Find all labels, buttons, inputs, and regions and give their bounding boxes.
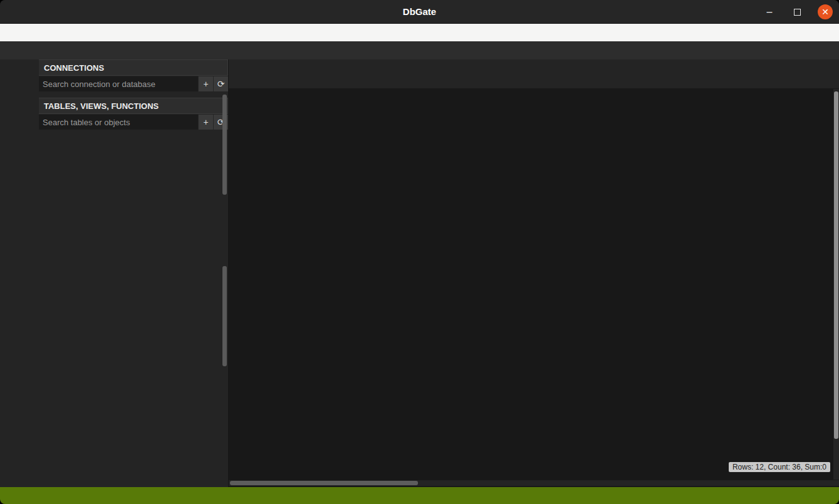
add-table-icon-button[interactable]: + bbox=[198, 115, 213, 130]
add-connection-icon-button[interactable]: + bbox=[198, 76, 213, 91]
close-button[interactable]: ✕ bbox=[818, 4, 833, 19]
connections-header: CONNECTIONS bbox=[39, 59, 228, 76]
title-bar: DbGate – ✕ bbox=[0, 0, 839, 24]
window-title: DbGate bbox=[403, 6, 436, 17]
window-controls: – ✕ bbox=[763, 0, 833, 24]
tables-header: TABLES, VIEWS, FUNCTIONS bbox=[39, 98, 228, 114]
menu-bar bbox=[0, 24, 839, 41]
connections-search-input[interactable]: Search connection or database bbox=[39, 76, 198, 91]
selection-stats-overlay: Rows: 12, Count: 36, Sum:0 bbox=[729, 462, 830, 472]
connections-scrollbar[interactable] bbox=[222, 95, 227, 195]
database-tab-strip bbox=[229, 59, 839, 70]
refresh-connections-button[interactable]: ⟳ bbox=[213, 76, 228, 91]
data-grid: Rows: 12, Count: 36, Sum:0 bbox=[229, 89, 839, 487]
dbgate-window: DbGate – ✕ CONNECTIONS Search connection… bbox=[0, 0, 839, 504]
table-tab-strip bbox=[229, 70, 839, 89]
grid-vertical-scrollbar[interactable] bbox=[833, 89, 839, 480]
minimize-button[interactable]: – bbox=[763, 5, 776, 19]
toolbar bbox=[0, 41, 839, 59]
status-bar bbox=[0, 487, 839, 504]
icon-rail bbox=[0, 59, 39, 487]
connections-tree bbox=[39, 93, 228, 94]
tables-tree bbox=[39, 131, 228, 132]
maximize-button[interactable] bbox=[790, 5, 804, 19]
tables-scrollbar[interactable] bbox=[222, 266, 227, 366]
tables-search-input[interactable]: Search tables or objects bbox=[39, 115, 198, 130]
grid-horizontal-scrollbar[interactable] bbox=[229, 480, 839, 486]
left-panel: CONNECTIONS Search connection or databas… bbox=[39, 59, 229, 487]
